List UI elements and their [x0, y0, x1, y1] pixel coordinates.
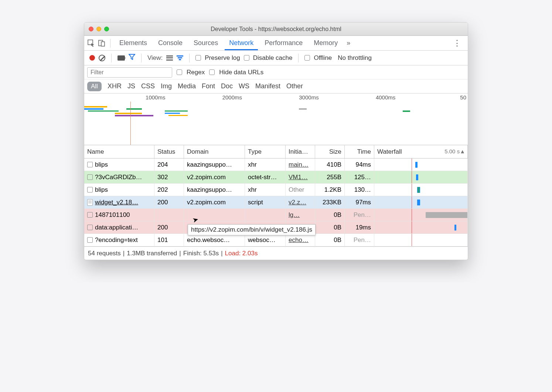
load-event-line: [412, 221, 412, 234]
clear-button[interactable]: [99, 55, 105, 61]
settings-menu-icon[interactable]: ⋮: [449, 38, 465, 48]
col-header-size[interactable]: Size: [315, 145, 345, 158]
footer-load: Load: 2.03s: [225, 250, 258, 257]
col-header-name[interactable]: Name: [84, 145, 154, 158]
tab-memory[interactable]: Memory: [309, 36, 342, 50]
waterfall-bar: [426, 212, 468, 218]
type-all[interactable]: All: [87, 82, 102, 91]
overview-playhead[interactable]: [130, 102, 131, 145]
status-bar: 54 requests | 1.3MB transferred | Finish…: [84, 246, 468, 260]
request-type: xhr: [245, 184, 286, 196]
disable-cache-label: Disable cache: [253, 54, 293, 62]
col-header-domain[interactable]: Domain: [184, 145, 245, 158]
table-row[interactable]: blips204kaazingsuppo…xhrmain…410B94ms: [84, 158, 468, 171]
view-large-icon[interactable]: [166, 55, 173, 61]
col-header-type[interactable]: Type: [245, 145, 286, 158]
col-header-waterfall[interactable]: Waterfall 5.00 s▲: [374, 145, 468, 158]
request-domain: echo.websoc…: [184, 234, 245, 246]
zoom-window-icon[interactable]: [104, 27, 109, 31]
devtools-window: Developer Tools - https://websocket.org/…: [84, 22, 468, 260]
titlebar: Developer Tools - https://websocket.org/…: [84, 23, 468, 36]
request-type: [245, 209, 286, 221]
minimize-window-icon[interactable]: [96, 27, 101, 31]
type-js[interactable]: JS: [127, 82, 135, 90]
type-img[interactable]: Img: [161, 82, 172, 90]
tab-sources[interactable]: Sources: [189, 36, 222, 50]
file-icon: [87, 237, 93, 243]
request-initiator: VM1…: [286, 171, 315, 183]
waterfall-bar: [418, 187, 419, 193]
close-window-icon[interactable]: [89, 27, 93, 31]
type-ws[interactable]: WS: [239, 82, 249, 90]
request-size: 233KB: [315, 196, 345, 208]
view-waterfall-icon[interactable]: [177, 55, 183, 61]
table-row[interactable]: 1487101100lg…0BPen…: [84, 209, 468, 221]
request-initiator: v2.z…: [286, 196, 315, 208]
type-font[interactable]: Font: [202, 82, 215, 90]
request-time: 97ms: [345, 196, 374, 208]
filter-input[interactable]: [87, 67, 172, 78]
type-other[interactable]: Other: [286, 82, 303, 90]
type-doc[interactable]: Doc: [221, 82, 233, 90]
request-name: widget_v2.18…: [95, 199, 138, 206]
capture-screenshots-icon[interactable]: [117, 55, 125, 61]
preserve-log-checkbox[interactable]: [195, 55, 201, 61]
request-status: 101: [154, 234, 184, 246]
tick-label: 50: [460, 94, 466, 100]
tick-label: 2000ms: [222, 94, 242, 100]
throttling-select[interactable]: No throttling: [338, 54, 372, 62]
type-manifest[interactable]: Manifest: [255, 82, 280, 90]
overview-timeline[interactable]: 1000ms 2000ms 3000ms 4000ms 50: [84, 93, 468, 145]
record-button[interactable]: [89, 55, 95, 61]
window-title: Developer Tools - https://websocket.org/…: [84, 26, 468, 33]
tick-label: 1000ms: [146, 94, 165, 100]
load-event-line: [412, 184, 412, 196]
tab-performance[interactable]: Performance: [260, 36, 307, 50]
load-event-line: [412, 158, 412, 171]
table-row[interactable]: ?3vCaGRDlZb…302v2.zopim.comoctet-str…VM1…: [84, 171, 468, 184]
traffic-lights: [89, 27, 109, 31]
disable-cache-checkbox[interactable]: [244, 55, 249, 61]
tab-network[interactable]: Network: [225, 36, 258, 50]
filter-toggle-icon[interactable]: [129, 54, 135, 62]
offline-checkbox[interactable]: [304, 55, 310, 61]
load-event-line: [412, 209, 412, 221]
request-name: 1487101100: [95, 211, 130, 219]
file-icon: [87, 212, 93, 218]
offline-label: Offline: [314, 54, 332, 62]
type-media[interactable]: Media: [178, 82, 196, 90]
type-xhr[interactable]: XHR: [108, 82, 122, 90]
request-size: 0B: [315, 234, 345, 246]
device-toggle-icon[interactable]: [98, 39, 106, 47]
regex-checkbox[interactable]: [177, 69, 182, 75]
more-tabs-icon[interactable]: »: [344, 39, 352, 47]
type-css[interactable]: CSS: [141, 82, 155, 90]
tick-label: 4000ms: [376, 94, 395, 100]
regex-label: Regex: [187, 69, 205, 76]
col-header-status[interactable]: Status: [154, 145, 184, 158]
footer-transferred: 1.3MB transferred: [127, 250, 177, 257]
request-name: data:applicati…: [95, 224, 138, 231]
col-header-initiator[interactable]: Initia…: [286, 145, 315, 158]
tab-console[interactable]: Console: [154, 36, 187, 50]
file-icon: [87, 162, 93, 167]
request-name: ?3vCaGRDlZb…: [95, 174, 142, 181]
request-initiator: main…: [286, 158, 315, 171]
table-row[interactable]: widget_v2.18…200v2.zopim.comscriptv2.z…2…: [84, 196, 468, 209]
col-header-time[interactable]: Time: [345, 145, 374, 158]
separator: [189, 54, 190, 62]
request-domain: [184, 209, 245, 221]
table-row[interactable]: ?encoding=text101echo.websoc…websoc…echo…: [84, 234, 468, 246]
request-status: 204: [154, 158, 184, 171]
table-row[interactable]: blips202kaazingsuppo…xhrOther1.2KB130…: [84, 184, 468, 196]
request-type: xhr: [245, 158, 286, 171]
request-initiator: Other: [286, 184, 315, 196]
hide-data-urls-label: Hide data URLs: [219, 69, 263, 76]
request-domain: v2.zopim.com: [184, 171, 245, 183]
inspect-element-icon[interactable]: [87, 39, 95, 47]
hide-data-urls-checkbox[interactable]: [209, 69, 215, 75]
request-status: 302: [154, 171, 184, 183]
request-status: 200: [154, 196, 184, 208]
tab-elements[interactable]: Elements: [115, 36, 151, 50]
url-tooltip: https://v2.zopim.com/bin/v/widget_v2.186…: [188, 224, 316, 235]
